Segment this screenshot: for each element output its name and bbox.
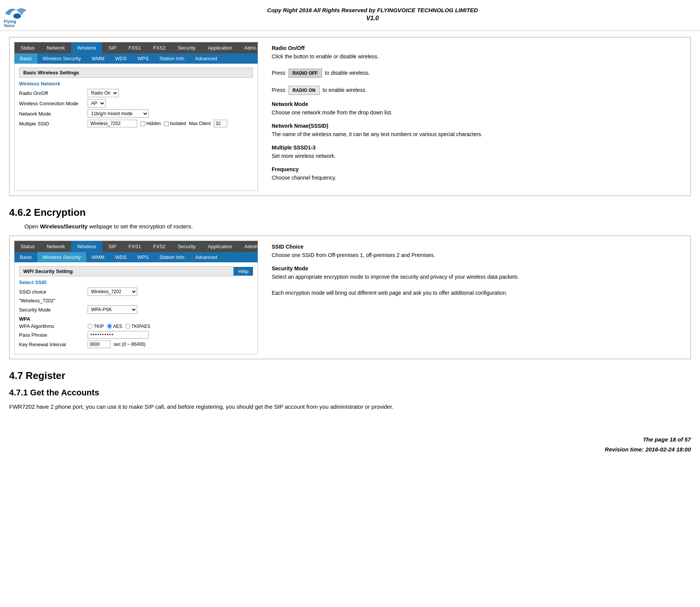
value-key-renewal: sec (0 ~ 86400) — [88, 340, 146, 348]
label-passphrase: Pass Phrase — [19, 332, 88, 338]
form-row-wpa-algo: WPA Algorithms TKIP AES TKIPAES — [19, 323, 253, 329]
desc-text-security-mode: Select an appropriate encryption mode to… — [272, 273, 681, 297]
value-security-mode: WPA-PSK — [88, 305, 137, 314]
logo-area: Flying Voice Voice over IP — [3, 3, 53, 29]
copyright-text: Copy Right 2016 All Rights Reserved by F… — [53, 7, 692, 13]
form-area-2: WIFI Security Setting Help Select SSID S… — [14, 262, 258, 354]
form-row-ssid-choice: SSID choice Wireless_7202 — [19, 287, 253, 296]
desc-text-netmode: Choose one network mode from the drop do… — [272, 109, 681, 117]
value-wpa-algo: TKIP AES TKIPAES — [88, 324, 150, 329]
sub-nav2-basic[interactable]: Basic — [14, 252, 37, 262]
flying-voice-logo: Flying Voice Voice over IP — [3, 3, 32, 28]
desc-term-freq: Frequency — [272, 166, 681, 172]
form-row-key-renewal: Key Renewal Interval sec (0 ~ 86400) — [19, 340, 253, 348]
value-multi-ssid: Hidden Isolated Max Client — [88, 120, 227, 127]
label-security-mode: Security Mode — [19, 307, 88, 313]
tkip-radio[interactable] — [88, 324, 93, 329]
nav2-fxs1[interactable]: FXS1 — [122, 241, 147, 252]
desc-network-name: Network Nmae(SSSID) The name of the wire… — [272, 123, 681, 138]
conn-mode-select[interactable]: AP — [88, 99, 106, 108]
sub-nav-wireless-security[interactable]: Wireless Security — [37, 53, 86, 64]
sub-nav2-wireless-security[interactable]: Wireless Security — [37, 252, 86, 262]
value-passphrase — [88, 331, 149, 339]
desc-term-netmode: Network Mode — [272, 101, 681, 107]
desc-text-radio: Click the button to enable or disable wi… — [272, 53, 681, 95]
isolated-checkbox[interactable] — [164, 121, 169, 126]
sub-nav2-wps[interactable]: WPS — [132, 252, 154, 262]
aes-radio[interactable] — [107, 324, 112, 329]
nav2-network[interactable]: Network — [41, 241, 71, 252]
max-client-input[interactable] — [214, 120, 227, 127]
sub-nav-wds[interactable]: WDS — [110, 53, 132, 64]
label-conn-mode: Wireless Connection Mode — [19, 101, 88, 106]
intro-text-2: Open Wireless/Security webpage to set th… — [24, 223, 691, 230]
nav-bar-1: Status Network Wireless SIP FXS1 FXS2 Se… — [14, 42, 258, 53]
desc-panel-1: Radio On/Off Click the button to enable … — [267, 42, 686, 191]
nav-network[interactable]: Network — [41, 42, 71, 53]
nav-bar-2: Status Network Wireless SIP FXS1 FXS2 Se… — [14, 241, 258, 252]
heading-4-6-2: 4.6.2 Encryption — [9, 207, 691, 218]
nav-security[interactable]: Security — [171, 42, 202, 53]
screenshot-panel-1: Status Network Wireless SIP FXS1 FXS2 Se… — [14, 42, 258, 191]
sub-nav-basic[interactable]: Basic — [14, 53, 37, 64]
footer-line2: Revision time: 2016-02-24 18:00 — [9, 445, 691, 454]
version-text: V1.0 — [53, 15, 692, 22]
desc-term-security-mode: Security Mode — [272, 265, 681, 271]
isolated-label: Isolated — [164, 121, 186, 126]
page-header: Flying Voice Voice over IP Copy Right 20… — [0, 0, 700, 31]
nav-fxs1[interactable]: FXS1 — [122, 42, 147, 53]
sub-nav-wmm[interactable]: WMM — [86, 53, 110, 64]
hidden-checkbox[interactable] — [140, 121, 145, 126]
desc-term-multisssd: Multiple SSSD1-3 — [272, 145, 681, 151]
value-radio: Radio On Radio Off — [88, 89, 119, 97]
sub-nav2-advanced[interactable]: Advanced — [190, 252, 223, 262]
nav2-sip[interactable]: SIP — [102, 241, 122, 252]
sub-nav-advanced[interactable]: Advanced — [190, 53, 223, 64]
tkipaes-radio[interactable] — [125, 324, 130, 329]
desc-text-netname: The name of the wireless name, it can be… — [272, 130, 681, 138]
nav2-status[interactable]: Status — [14, 241, 41, 252]
subsection-title-1: Wireless Network — [19, 81, 253, 87]
label-net-mode: Network Mode — [19, 111, 88, 117]
value-ssid-choice: Wireless_7202 — [88, 287, 137, 296]
nav2-security[interactable]: Security — [171, 241, 202, 252]
section1-row: Status Network Wireless SIP FXS1 FXS2 Se… — [9, 37, 691, 196]
nav-admin[interactable]: Admi... — [238, 42, 266, 53]
sub-nav-station-info[interactable]: Station Info — [154, 53, 190, 64]
desc-text-multisssd: Set more wireless network. — [272, 152, 681, 160]
svg-text:Voice: Voice — [4, 23, 15, 28]
security-mode-select[interactable]: WPA-PSK — [88, 305, 137, 314]
nav-application[interactable]: Application — [202, 42, 238, 53]
ssid-choice-select[interactable]: Wireless_7202 — [88, 287, 137, 296]
help-button[interactable]: Help — [234, 267, 253, 276]
footer-line1: The page 18 of 57 — [9, 435, 691, 445]
sub-nav2-station-info[interactable]: Station Info — [154, 252, 190, 262]
form-area-1: Basic Wireless Settings Wireless Network… — [14, 64, 258, 133]
nav-wireless[interactable]: Wireless — [71, 42, 103, 53]
form-row-radio: Radio On/Off Radio On Radio Off — [19, 89, 253, 97]
nav-fxs2[interactable]: FXS2 — [147, 42, 172, 53]
nav2-application[interactable]: Application — [202, 241, 238, 252]
nav-status[interactable]: Status — [14, 42, 41, 53]
aes-radio-label: AES — [107, 324, 122, 329]
nav-sip[interactable]: SIP — [102, 42, 122, 53]
desc-radio-onoff: Radio On/Off Click the button to enable … — [272, 45, 681, 95]
key-renewal-input[interactable] — [88, 340, 111, 348]
radio-select[interactable]: Radio On Radio Off — [88, 89, 119, 97]
desc-term-ssid-choice: SSID Choice — [272, 244, 681, 250]
passphrase-input[interactable] — [88, 331, 149, 339]
net-mode-select[interactable]: 11b/g/n mixed mode — [88, 109, 149, 118]
desc-text-freq: Choose channel frequency. — [272, 174, 681, 182]
nav2-fxs2[interactable]: FXS2 — [147, 241, 172, 252]
sub-nav2-wds[interactable]: WDS — [110, 252, 132, 262]
sub-nav-bar-2: Basic Wireless Security WMM WDS WPS Stat… — [14, 252, 258, 262]
ssid-input[interactable] — [88, 120, 137, 127]
radio-off-btn: RADIO OFF — [288, 69, 322, 78]
sub-nav-wps[interactable]: WPS — [132, 53, 154, 64]
desc-frequency: Frequency Choose channel frequency. — [272, 166, 681, 182]
label-key-renewal: Key Renewal Interval — [19, 342, 88, 347]
nav2-wireless[interactable]: Wireless — [71, 241, 103, 252]
value-net-mode: 11b/g/n mixed mode — [88, 109, 149, 118]
desc-security-mode: Security Mode Select an appropriate encr… — [272, 265, 681, 297]
sub-nav2-wmm[interactable]: WMM — [86, 252, 110, 262]
